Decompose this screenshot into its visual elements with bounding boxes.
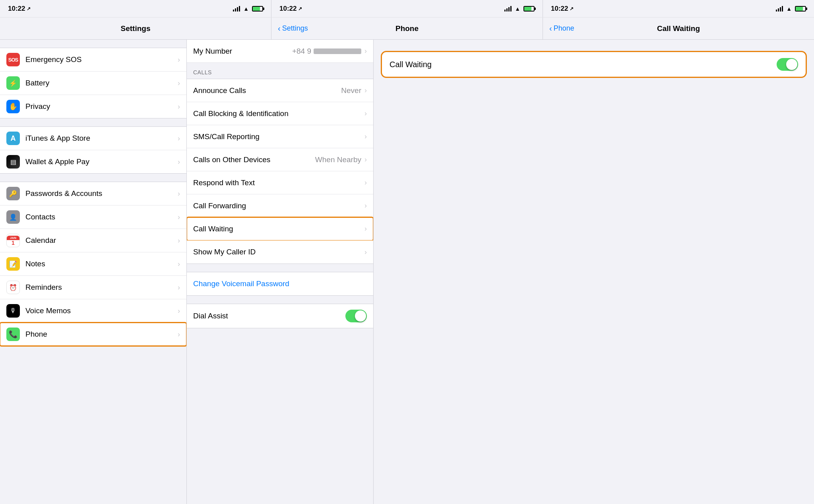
phone-back-button[interactable]: ‹ Settings bbox=[278, 24, 308, 33]
passwords-label: Passwords & Accounts bbox=[25, 189, 178, 198]
my-number-label: My Number bbox=[193, 47, 292, 56]
passwords-icon: 🔑 bbox=[6, 187, 20, 200]
call-waiting-toggle-thumb bbox=[786, 59, 797, 70]
wifi-icon-right: ▲ bbox=[786, 6, 792, 12]
dial-assist-toggle-thumb bbox=[355, 310, 366, 322]
phone-item-call-waiting[interactable]: Call Waiting › bbox=[187, 217, 373, 240]
phone-item-call-forwarding[interactable]: Call Forwarding › bbox=[187, 194, 373, 217]
sidebar-item-voice-memos[interactable]: 🎙 Voice Memos › bbox=[0, 299, 186, 323]
status-panel-middle: 10:22 ↗ ▲ bbox=[271, 0, 543, 17]
redacted-number bbox=[314, 48, 361, 54]
my-number-row[interactable]: My Number +84 9 › bbox=[187, 40, 373, 63]
announce-calls-label: Announce Calls bbox=[193, 86, 341, 95]
voicemail-text: Change Voicemail Password bbox=[193, 279, 289, 288]
signal-bars-left bbox=[233, 6, 240, 12]
battery-icon-middle bbox=[523, 6, 535, 12]
sms-reporting-chevron: › bbox=[364, 132, 367, 141]
call-waiting-back-button[interactable]: ‹ Phone bbox=[549, 24, 574, 33]
itunes-label: iTunes & App Store bbox=[25, 134, 178, 143]
respond-text-label: Respond with Text bbox=[193, 178, 364, 187]
phone-item-caller-id[interactable]: Show My Caller ID › bbox=[187, 240, 373, 264]
sidebar-item-wallet[interactable]: ▤ Wallet & Apple Pay › bbox=[0, 150, 186, 173]
itunes-icon: A bbox=[6, 132, 20, 145]
status-icons-left: ▲ bbox=[233, 6, 263, 12]
status-bar: Settings 10:22 ↗ ▲ 10:22 ↗ bbox=[0, 0, 814, 17]
call-blocking-label: Call Blocking & Identification bbox=[193, 109, 364, 118]
settings-group-2: A iTunes & App Store › ▤ Wallet & Apple … bbox=[0, 126, 186, 174]
sidebar-item-notes[interactable]: 📝 Notes › bbox=[0, 252, 186, 276]
calls-other-devices-label: Calls on Other Devices bbox=[193, 155, 315, 164]
call-waiting-label: Call Waiting bbox=[193, 225, 364, 233]
status-panel-right: 10:22 ↗ ▲ bbox=[543, 0, 814, 17]
call-waiting-toggle[interactable] bbox=[777, 58, 798, 71]
sidebar-item-privacy[interactable]: ✋ Privacy › bbox=[0, 95, 186, 118]
announce-calls-chevron: › bbox=[364, 86, 367, 95]
emergency-sos-icon: SOS bbox=[6, 53, 20, 66]
call-waiting-back-label: Phone bbox=[554, 24, 574, 33]
sidebar-item-passwords[interactable]: 🔑 Passwords & Accounts › bbox=[0, 182, 186, 205]
signal-bars-right bbox=[776, 6, 783, 12]
phone-item-announce-calls[interactable]: Announce Calls Never › bbox=[187, 79, 373, 102]
phone-item-respond-text[interactable]: Respond with Text › bbox=[187, 171, 373, 194]
location-icon-middle: ↗ bbox=[298, 6, 302, 12]
call-waiting-panel: Call Waiting bbox=[374, 40, 814, 504]
sidebar-item-battery[interactable]: ⚡ Battery › bbox=[0, 72, 186, 95]
status-time-left: Settings 10:22 ↗ bbox=[8, 5, 31, 13]
nav-bars: Settings ‹ Settings Phone ‹ Phone Call W… bbox=[0, 17, 814, 40]
phone-item-calls-other-devices[interactable]: Calls on Other Devices When Nearby › bbox=[187, 148, 373, 171]
caller-id-chevron: › bbox=[364, 248, 367, 256]
dial-assist-toggle[interactable] bbox=[345, 310, 367, 322]
call-waiting-nav-title: Call Waiting bbox=[657, 24, 700, 33]
wifi-icon-left: ▲ bbox=[243, 6, 249, 12]
phone-nav-title: Phone bbox=[395, 24, 419, 33]
respond-text-chevron: › bbox=[364, 178, 367, 187]
signal-bars-middle bbox=[504, 6, 512, 12]
call-blocking-chevron: › bbox=[364, 109, 367, 118]
reminders-chevron: › bbox=[178, 283, 180, 292]
wallet-chevron: › bbox=[178, 158, 180, 166]
status-icons-middle: ▲ bbox=[504, 6, 535, 12]
calls-section-header: CALLS bbox=[187, 63, 373, 79]
emergency-sos-chevron: › bbox=[178, 56, 180, 64]
contacts-label: Contacts bbox=[25, 213, 178, 221]
call-waiting-toggle-row[interactable]: Call Waiting bbox=[382, 52, 806, 77]
sidebar-item-itunes[interactable]: A iTunes & App Store › bbox=[0, 127, 186, 150]
calendar-label: Calendar bbox=[25, 236, 178, 245]
sidebar-item-phone[interactable]: 📞 Phone › bbox=[0, 323, 186, 346]
emergency-sos-label: Emergency SOS bbox=[25, 55, 178, 64]
phone-item-call-blocking[interactable]: Call Blocking & Identification › bbox=[187, 102, 373, 125]
call-forwarding-label: Call Forwarding bbox=[193, 202, 364, 210]
calls-other-devices-chevron: › bbox=[364, 155, 367, 164]
sidebar-item-contacts[interactable]: 👤 Contacts › bbox=[0, 205, 186, 229]
call-waiting-content: Call Waiting bbox=[374, 40, 814, 89]
privacy-icon: ✋ bbox=[6, 100, 20, 113]
phone-icon: 📞 bbox=[6, 328, 20, 341]
battery-chevron: › bbox=[178, 79, 180, 87]
sidebar-item-emergency-sos[interactable]: SOS Emergency SOS › bbox=[0, 48, 186, 72]
dial-assist-row[interactable]: Dial Assist bbox=[187, 304, 373, 328]
phone-chevron: › bbox=[178, 330, 180, 339]
battery-icon-right bbox=[795, 6, 806, 12]
notes-chevron: › bbox=[178, 260, 180, 268]
privacy-label: Privacy bbox=[25, 102, 178, 111]
announce-calls-value: Never bbox=[341, 86, 361, 95]
location-icon-left: ↗ bbox=[27, 6, 31, 12]
calendar-icon: JAN 1 bbox=[6, 234, 20, 247]
contacts-chevron: › bbox=[178, 213, 180, 221]
sidebar-item-reminders[interactable]: ⏰ Reminders › bbox=[0, 276, 186, 299]
phone-item-sms-reporting[interactable]: SMS/Call Reporting › bbox=[187, 125, 373, 148]
battery-icon-item: ⚡ bbox=[6, 76, 20, 90]
reminders-label: Reminders bbox=[25, 283, 178, 292]
my-number-value: +84 9 bbox=[292, 47, 361, 56]
battery-icon-left bbox=[252, 6, 263, 12]
status-icons-right: ▲ bbox=[776, 6, 806, 12]
status-panel-left: Settings 10:22 ↗ ▲ bbox=[0, 0, 271, 17]
sidebar-item-calendar[interactable]: JAN 1 Calendar › bbox=[0, 229, 186, 252]
call-waiting-back-chevron: ‹ bbox=[549, 24, 552, 33]
battery-label: Battery bbox=[25, 79, 178, 87]
voicemail-link-row[interactable]: Change Voicemail Password bbox=[187, 272, 373, 295]
voice-memos-chevron: › bbox=[178, 307, 180, 315]
call-waiting-chevron: › bbox=[364, 225, 367, 233]
dial-assist-label: Dial Assist bbox=[193, 312, 345, 320]
calls-group: Announce Calls Never › Call Blocking & I… bbox=[187, 79, 373, 264]
